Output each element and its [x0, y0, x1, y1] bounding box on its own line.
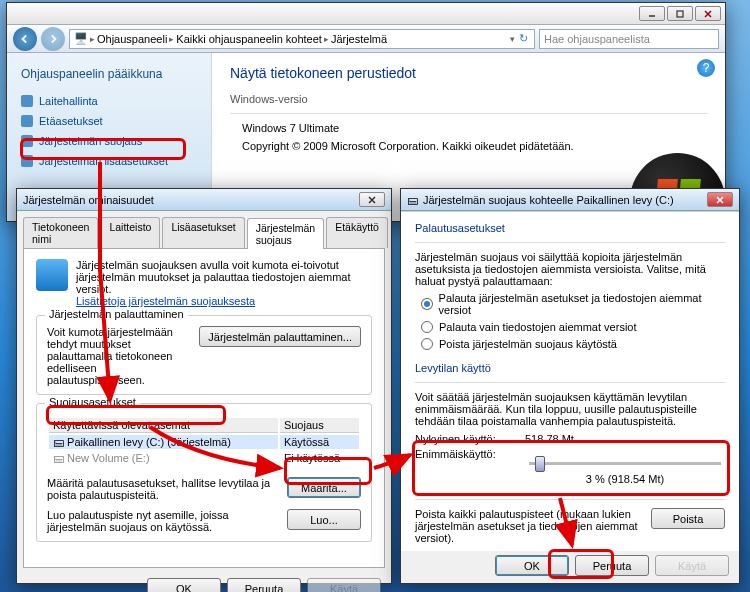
close-button[interactable]	[695, 6, 721, 21]
forward-button[interactable]	[41, 27, 65, 51]
help-icon[interactable]: ?	[697, 59, 715, 77]
more-info-link[interactable]: Lisätietoja järjestelmän suojauksesta	[76, 295, 255, 307]
minimize-button[interactable]	[639, 6, 665, 21]
create-button[interactable]: Luo...	[287, 509, 361, 530]
tab-advanced[interactable]: Lisäasetukset	[162, 217, 244, 248]
disk-description: Voit säätää järjestelmän suojauksen käyt…	[415, 391, 725, 427]
window-titlebar	[7, 3, 725, 25]
cancel-button[interactable]: Peruuta	[227, 578, 301, 592]
edition-label: Windows-versio	[230, 93, 707, 105]
crumb-item[interactable]: Järjestelmä	[331, 33, 387, 45]
svg-rect-1	[677, 11, 683, 17]
shield-icon	[21, 115, 33, 127]
dialog-buttons: OK Peruuta Käytä	[17, 574, 391, 592]
ok-button[interactable]: OK	[495, 555, 569, 576]
radio-restore-files[interactable]: Palauta vain tiedostojen aiemmat versiot	[421, 321, 725, 333]
chevron-right-icon: ▸	[169, 34, 174, 44]
shield-icon	[21, 95, 33, 107]
group-title: Levytilan käyttö	[415, 362, 725, 374]
current-usage-value: 518.78 Mt	[525, 433, 574, 445]
table-row[interactable]: 🖴 New Volume (E:)Ei käytössä	[49, 451, 359, 465]
configure-button[interactable]: Määritä...	[287, 477, 361, 498]
search-input[interactable]: Hae ohjauspaneelista	[539, 29, 719, 49]
drives-table: Käytettävissä olevat asematSuojaus 🖴 Pai…	[47, 416, 361, 467]
protection-description: Järjestelmän suojauksen avulla voit kumo…	[76, 259, 372, 295]
delete-button[interactable]: Poista	[651, 508, 725, 529]
protection-settings-group: Suojausasetukset Käytettävissä olevat as…	[36, 403, 372, 542]
crumb-item[interactable]: Kaikki ohjauspaneelin kohteet	[176, 33, 322, 45]
apply-button: Käytä	[655, 555, 729, 576]
chevron-down-icon[interactable]: ▾	[510, 34, 515, 44]
dialog-titlebar: Järjestelmän ominaisuudet	[17, 189, 391, 211]
maximize-button[interactable]	[667, 6, 693, 21]
sidebar-item-device-manager[interactable]: Laitehallinta	[7, 91, 211, 111]
close-button[interactable]	[707, 192, 733, 207]
system-protection-dialog: 🖴 Järjestelmän suojaus kohteelle Paikall…	[400, 188, 740, 584]
dialog-buttons: OK Peruuta Käytä	[401, 551, 739, 584]
radio-icon	[421, 298, 433, 310]
tab-content: Järjestelmän suojauksen avulla voit kumo…	[23, 248, 385, 568]
delete-text: Poista kaikki palautuspisteet (mukaan lu…	[415, 508, 643, 544]
sidebar-item-remote[interactable]: Etäasetukset	[7, 111, 211, 131]
radio-disable[interactable]: Poista järjestelmän suojaus käytöstä	[421, 338, 725, 350]
apply-button: Käytä	[307, 578, 381, 592]
tab-hardware[interactable]: Laitteisto	[100, 217, 160, 248]
slider-thumb[interactable]	[535, 456, 545, 472]
dialog-title: Järjestelmän suojaus kohteelle Paikallin…	[423, 194, 702, 206]
create-text: Luo palautuspiste nyt asemille, joissa j…	[47, 509, 279, 533]
col-protection: Suojaus	[280, 418, 359, 433]
col-drives: Käytettävissä olevat asemat	[49, 418, 278, 433]
restore-text: Voit kumota järjestelmään tehdyt muutoks…	[47, 326, 191, 386]
ok-button[interactable]: OK	[147, 578, 221, 592]
radio-icon	[421, 338, 433, 350]
dialog-titlebar: 🖴 Järjestelmän suojaus kohteelle Paikall…	[401, 189, 739, 211]
restore-group: Järjestelmän palauttaminen Voit kumota j…	[36, 315, 372, 395]
current-usage-label: Nykyinen käyttö:	[415, 433, 515, 445]
group-title: Suojausasetukset	[45, 396, 140, 408]
chevron-right-icon: ▸	[324, 34, 329, 44]
shield-icon	[21, 135, 33, 147]
nav-bar: 🖥️ ▸ Ohjauspaneeli ▸ Kaikki ohjauspaneel…	[7, 25, 725, 53]
group-title: Palautusasetukset	[415, 222, 725, 234]
sidebar-title: Ohjauspaneelin pääikkuna	[7, 63, 211, 91]
tab-system-protection[interactable]: Järjestelmän suojaus	[247, 218, 325, 249]
restore-icon	[36, 259, 68, 291]
system-restore-button[interactable]: Järjestelmän palauttaminen...	[199, 326, 361, 347]
drive-icon: 🖴	[407, 194, 418, 206]
system-properties-dialog: Järjestelmän ominaisuudet Tietokoneen ni…	[16, 188, 392, 584]
cancel-button[interactable]: Peruuta	[575, 555, 649, 576]
page-title: Näytä tietokoneen perustiedot	[230, 65, 707, 81]
tab-bar: Tietokoneen nimi Laitteisto Lisäasetukse…	[17, 211, 391, 248]
tab-computer-name[interactable]: Tietokoneen nimi	[23, 217, 98, 248]
chevron-right-icon: ▸	[90, 34, 95, 44]
shield-icon	[21, 155, 33, 167]
breadcrumb[interactable]: 🖥️ ▸ Ohjauspaneeli ▸ Kaikki ohjauspaneel…	[69, 29, 535, 49]
computer-icon: 🖥️	[74, 32, 88, 45]
copyright-text: Copyright © 2009 Microsoft Corporation. …	[242, 140, 582, 152]
edition-value: Windows 7 Ultimate	[242, 122, 707, 134]
refresh-icon[interactable]: ↻	[519, 32, 528, 45]
settings-description: Järjestelmän suojaus voi säilyttää kopio…	[415, 251, 725, 287]
max-usage-value: 3 % (918.54 Mt)	[525, 473, 725, 485]
radio-restore-all[interactable]: Palauta järjestelmän asetukset ja tiedos…	[421, 292, 725, 316]
radio-icon	[421, 321, 433, 333]
group-title: Järjestelmän palauttaminen	[45, 308, 188, 320]
dialog-title: Järjestelmän ominaisuudet	[23, 194, 354, 206]
close-button[interactable]	[359, 192, 385, 207]
configure-text: Määritä palautusasetukset, hallitse levy…	[47, 477, 279, 501]
table-row[interactable]: 🖴 Paikallinen levy (C:) (Järjestelmä)Käy…	[49, 435, 359, 449]
max-usage-label: Enimmäiskäyttö:	[415, 448, 515, 491]
tab-remote[interactable]: Etäkäyttö	[326, 217, 388, 248]
dialog-body: Palautusasetukset Järjestelmän suojaus v…	[401, 211, 739, 551]
max-usage-slider[interactable]	[529, 462, 721, 465]
back-button[interactable]	[13, 27, 37, 51]
sidebar-item-system-protection[interactable]: Järjestelmän suojaus	[7, 131, 211, 151]
sidebar-item-advanced[interactable]: Järjestelmän lisäasetukset	[7, 151, 211, 171]
crumb-item[interactable]: Ohjauspaneeli	[97, 33, 167, 45]
